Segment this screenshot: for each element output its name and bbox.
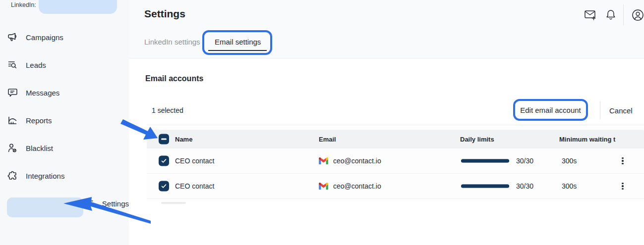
chart-icon (7, 115, 18, 126)
sidebar-item-label: Integrations (26, 172, 64, 180)
sidebar-item-label: Settings (102, 199, 129, 208)
cancel-button[interactable]: Cancel (609, 106, 633, 115)
account-name: CEO contact (175, 157, 214, 165)
sidebar-item-label: Blacklist (26, 144, 53, 152)
tab-email-settings[interactable]: Email settings (215, 38, 261, 46)
active-item-highlight (7, 197, 83, 217)
min-waiting-value: 300s (562, 157, 577, 165)
row-menu-kebab-icon[interactable] (617, 181, 628, 192)
email-accounts-table: Name Email Daily limits Minimum waiting … (147, 130, 644, 199)
account-email: ceo@contact.io (333, 182, 381, 190)
sidebar-nav: Campaigns Leads (0, 23, 129, 217)
indeterminate-mark (161, 139, 167, 140)
column-header-name[interactable]: Name (175, 136, 192, 143)
new-email-icon[interactable] (584, 9, 597, 21)
check-icon (161, 183, 167, 190)
megaphone-icon (7, 32, 18, 43)
sidebar-item-label: Reports (26, 116, 52, 125)
daily-limit-value: 30/30 (516, 157, 533, 165)
daily-limit-progressbar (461, 159, 509, 163)
sidebar-item-campaigns[interactable]: Campaigns (0, 23, 129, 51)
sidebar-item-settings[interactable]: Settings (0, 190, 129, 217)
sliders-icon (83, 198, 94, 209)
sidebar-item-blacklist[interactable]: Blacklist (0, 134, 129, 162)
toolbar-bottom-divider (147, 125, 644, 125)
table-row[interactable]: CEO contact ceo@contact.io 30/30 300s (147, 174, 644, 199)
account-name: CEO contact (175, 182, 214, 190)
table-row[interactable]: CEO contact ceo@contact.io 30/30 300s (147, 148, 644, 174)
search-list-icon (7, 59, 18, 70)
puzzle-icon (7, 170, 18, 181)
sidebar-item-label: Campaigns (26, 33, 63, 42)
workspace-pill[interactable] (39, 0, 117, 14)
person-block-icon (7, 143, 18, 153)
sidebar-item-leads[interactable]: Leads (0, 51, 129, 79)
linkedin-label: LinkedIn: (11, 1, 36, 8)
sidebar: LinkedIn: Campaigns (0, 0, 129, 245)
table-header-row: Name Email Daily limits Minimum waiting … (147, 130, 644, 148)
check-icon (161, 158, 167, 164)
account-icon[interactable] (632, 9, 644, 21)
main-header-band (129, 0, 644, 58)
sidebar-item-label: Leads (26, 61, 46, 69)
progress-fill (461, 185, 509, 188)
page-title: Settings (144, 8, 185, 20)
app-window: LinkedIn: Campaigns (0, 0, 644, 245)
row-checkbox[interactable] (159, 156, 169, 166)
horizontal-scrollbar-thumb[interactable] (161, 202, 186, 204)
active-tab-underline (208, 50, 267, 51)
progress-fill (461, 159, 509, 163)
chat-bubble-icon (7, 87, 18, 98)
daily-limit-value: 30/30 (516, 182, 533, 190)
account-email: ceo@contact.io (333, 157, 381, 165)
tab-linkedin-settings[interactable]: LinkedIn settings (144, 38, 200, 46)
select-all-checkbox[interactable] (159, 134, 169, 145)
section-title: Email accounts (145, 74, 203, 83)
bell-icon[interactable] (605, 9, 617, 22)
column-header-daily-limits[interactable]: Daily limits (460, 136, 494, 143)
header-divider (623, 4, 624, 25)
gmail-icon (319, 183, 328, 190)
row-checkbox[interactable] (159, 181, 169, 192)
row-menu-kebab-icon[interactable] (617, 155, 628, 166)
selected-count: 1 selected (152, 106, 183, 114)
min-waiting-value: 300s (562, 182, 577, 190)
sidebar-item-integrations[interactable]: Integrations (0, 162, 129, 190)
column-header-email[interactable]: Email (319, 136, 336, 143)
gmail-icon (319, 157, 328, 164)
daily-limit-progressbar (461, 185, 509, 188)
sidebar-item-reports[interactable]: Reports (0, 106, 129, 134)
edit-email-account-button[interactable]: Edit email account (515, 101, 586, 119)
column-header-min-waiting[interactable]: Minimum waiting t (559, 136, 615, 143)
toolbar-vertical-divider (600, 101, 600, 119)
sidebar-item-messages[interactable]: Messages (0, 79, 129, 106)
sidebar-item-label: Messages (26, 89, 59, 97)
